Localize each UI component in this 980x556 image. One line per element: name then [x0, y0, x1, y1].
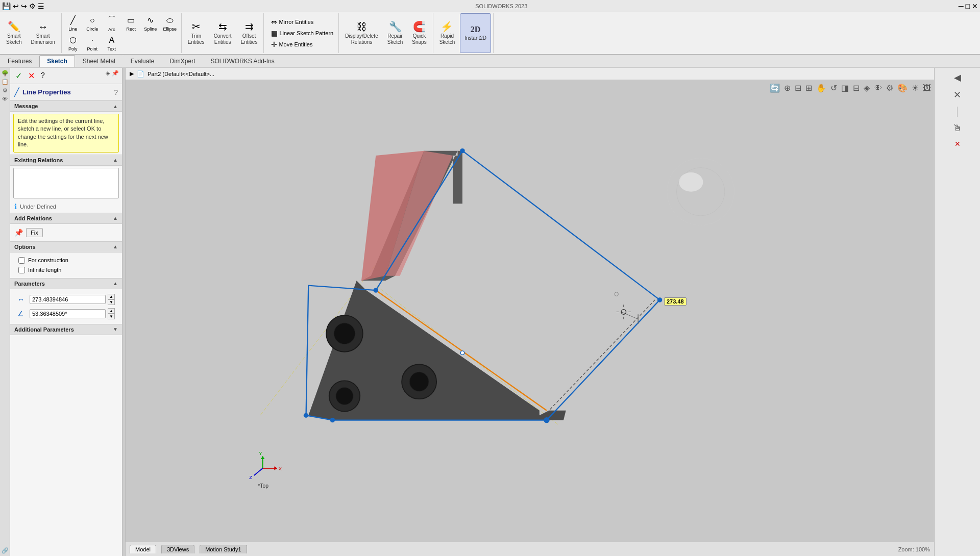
panel-ok-button[interactable]: ✓ — [13, 70, 24, 82]
line-button[interactable]: ╱ Line — [64, 14, 82, 33]
angle-input[interactable] — [30, 309, 106, 318]
options-header[interactable]: Options ▲ — [10, 241, 122, 252]
smart-dimension-button[interactable]: ↔ SmartDimension — [27, 13, 59, 53]
display-mode-icon[interactable]: ◈ — [863, 82, 871, 94]
display-delete-relations-button[interactable]: ⛓ Display/DeleteRelations — [341, 13, 382, 53]
breadcrumb-expand[interactable]: ▶ — [130, 70, 134, 77]
property-icon[interactable]: 📋 — [2, 79, 9, 85]
circle-icon: ○ — [90, 16, 95, 25]
for-construction-label: For construction — [28, 257, 68, 263]
panel-help-button[interactable]: ? — [39, 70, 47, 82]
circle-button[interactable]: ○ Circle — [83, 14, 102, 33]
infinite-length-checkbox[interactable] — [18, 267, 25, 273]
zoom-extent-icon[interactable]: ⊕ — [783, 82, 792, 94]
panel-pin-icon[interactable]: 📌 — [112, 70, 119, 82]
close-window-icon[interactable]: ✕ — [972, 2, 978, 10]
quick-snaps-button[interactable]: 🧲 QuickSnaps — [408, 13, 430, 53]
ellipse-button[interactable]: ⬭ Ellipse — [161, 14, 179, 33]
mirror-icon: ⇔ — [271, 18, 277, 26]
appearance-icon[interactable]: 🎨 — [896, 82, 909, 94]
bottom-tab-motion[interactable]: Motion Study1 — [200, 545, 247, 553]
rp-close-icon[interactable]: ✕ — [951, 87, 963, 103]
mate-icon[interactable]: 🔗 — [2, 547, 9, 554]
feature-tree-icon[interactable]: 🌳 — [2, 70, 9, 77]
offset-entities-button[interactable]: ⇉ OffsetEntities — [237, 13, 262, 53]
angle-param-row: ∠ ▲ ▼ — [14, 307, 118, 321]
convert-entities-button[interactable]: ⇆ ConvertEntities — [210, 13, 236, 53]
section-view-icon[interactable]: ◨ — [840, 82, 850, 94]
options-icon[interactable]: ☰ — [38, 2, 44, 10]
orientation-icon[interactable]: ⊟ — [852, 82, 861, 94]
arc-button[interactable]: ⌒ Arc — [103, 14, 121, 33]
message-section-header[interactable]: Message ▲ — [10, 100, 122, 112]
bottom-tab-3dviews[interactable]: 3DViews — [161, 545, 194, 553]
length-down-button[interactable]: ▼ — [108, 299, 115, 305]
view-label: *Top — [258, 483, 268, 489]
tab-features[interactable]: Features — [0, 55, 39, 67]
fix-relation-label[interactable]: Fix — [26, 228, 43, 237]
angle-up-button[interactable]: ▲ — [108, 308, 115, 314]
display-icon[interactable]: 👁 — [2, 96, 8, 102]
pan-icon[interactable]: ✋ — [815, 82, 827, 94]
dimension-label[interactable]: 273.48 — [664, 297, 687, 306]
tab-dimxpert[interactable]: DimXpert — [162, 55, 203, 67]
for-construction-checkbox[interactable] — [18, 257, 25, 264]
move-entities-button[interactable]: ✛ Move Entities — [269, 39, 335, 49]
hide-show-icon[interactable]: 👁 — [873, 83, 883, 94]
render-icon[interactable]: 🖼 — [922, 83, 932, 94]
smart-sketch-button[interactable]: ✏️ SmartSketch — [2, 13, 26, 53]
length-icon: ↔ — [17, 295, 28, 304]
linear-pattern-button[interactable]: ▦ Linear Sketch Pattern — [269, 28, 335, 38]
additional-params-header[interactable]: Additional Parameters ▼ — [10, 324, 122, 335]
redo-icon[interactable]: ↪ — [21, 2, 27, 10]
text-button[interactable]: A Text — [103, 34, 121, 53]
existing-relations-header[interactable]: Existing Relations ▲ — [10, 155, 122, 166]
options-content: For construction Infinite length — [10, 252, 122, 278]
rp-cursor-x-icon[interactable]: ✕ — [952, 138, 963, 150]
panel-extra-icon[interactable]: ◈ — [106, 70, 110, 82]
tab-solidworks-addins[interactable]: SOLIDWORKS Add-Ins — [203, 55, 282, 67]
mirror-entities-button[interactable]: ⇔ Mirror Entities — [269, 17, 335, 27]
point-button[interactable]: · Point — [83, 34, 102, 53]
rotate-icon[interactable]: ↺ — [829, 82, 838, 94]
rotate-view-icon[interactable]: 🔄 — [769, 82, 781, 94]
add-relations-header[interactable]: Add Relations ▲ — [10, 213, 122, 224]
save-icon[interactable]: 💾 — [2, 2, 11, 10]
svg-marker-30 — [274, 466, 277, 470]
zoom-to-fit-icon[interactable]: ⊟ — [794, 82, 802, 94]
length-input[interactable] — [30, 295, 106, 304]
instant2d-button[interactable]: 2D Instant2D — [460, 13, 491, 53]
message-box: Edit the settings of the current line, s… — [13, 114, 119, 153]
tab-sketch[interactable]: Sketch — [39, 55, 75, 67]
svg-point-17 — [330, 418, 335, 422]
panel-cancel-button[interactable]: ✕ — [26, 70, 37, 82]
tab-evaluate[interactable]: Evaluate — [123, 55, 162, 67]
edit-tools-group: ✂ TrimEntities ⇆ ConvertEntities ⇉ Offse… — [184, 13, 264, 53]
repair-sketch-button[interactable]: 🔧 RepairSketch — [383, 13, 407, 53]
zoom-box-icon[interactable]: ⊞ — [804, 82, 813, 94]
svg-line-35 — [254, 468, 263, 475]
undo-icon[interactable]: ↩ — [13, 2, 19, 10]
rp-collapse-icon[interactable]: ◀ — [952, 70, 963, 85]
scene-icon[interactable]: ☀ — [911, 82, 920, 94]
spline-button[interactable]: ∿ Spline — [141, 14, 160, 33]
rapid-sketch-button[interactable]: ⚡ RapidSketch — [435, 13, 459, 53]
maximize-icon[interactable]: □ — [966, 2, 970, 10]
parameters-header[interactable]: Parameters ▲ — [10, 278, 122, 289]
length-up-button[interactable]: ▲ — [108, 294, 115, 299]
length-param-row: ↔ ▲ ▼ — [14, 292, 118, 307]
trim-entities-button[interactable]: ✂ TrimEntities — [184, 13, 209, 53]
config-icon[interactable]: ⚙ — [3, 87, 8, 94]
rectangle-button[interactable]: ▭ Rect — [122, 14, 140, 33]
polygon-button[interactable]: ⬡ Poly — [64, 34, 82, 53]
angle-down-button[interactable]: ▼ — [108, 314, 115, 319]
tab-sheet-metal[interactable]: Sheet Metal — [75, 55, 123, 67]
rebuild-icon[interactable]: ⚙ — [29, 2, 36, 10]
view-settings-icon[interactable]: ⚙ — [885, 82, 894, 94]
viewport[interactable]: ▶ 📄 Part2 (Default<<Default>... 🔄 ⊕ ⊟ ⊞ … — [126, 68, 934, 556]
panel-help-icon[interactable]: ? — [114, 88, 118, 96]
svg-marker-4 — [361, 151, 424, 281]
minimize-icon[interactable]: ─ — [959, 2, 964, 10]
svg-point-16 — [544, 417, 549, 423]
bottom-tab-model[interactable]: Model — [130, 545, 156, 553]
